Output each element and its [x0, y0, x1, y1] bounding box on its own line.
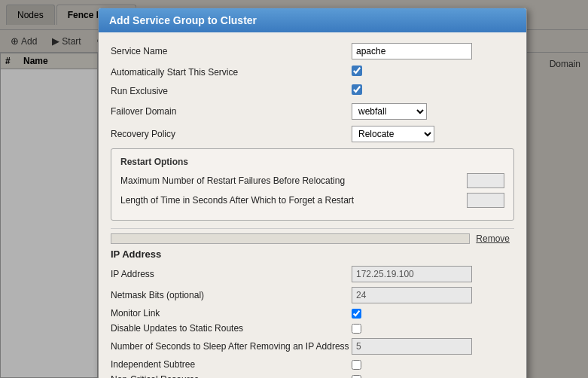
restart-options-box: Restart Options Maximum Number of Restar…: [111, 148, 514, 221]
max-failures-row: Maximum Number of Restart Failures Befor…: [120, 173, 504, 188]
failover-domain-select[interactable]: webfall: [352, 103, 427, 120]
forget-time-input[interactable]: [467, 193, 504, 208]
scroll-remove-area: Remove: [111, 228, 514, 244]
sleep-seconds-label: Number of Seconds to Sleep After Removin…: [111, 341, 352, 352]
service-name-control: [352, 43, 514, 59]
non-critical-label: Non-Critical Resource: [111, 374, 352, 378]
service-name-input[interactable]: [352, 43, 472, 59]
non-critical-checkbox[interactable]: [352, 375, 361, 379]
recovery-policy-row: Recovery Policy Relocate Restart Disable: [111, 126, 514, 142]
netmask-row: Netmask Bits (optional): [111, 287, 514, 303]
recovery-policy-label: Recovery Policy: [111, 129, 352, 139]
max-failures-label: Maximum Number of Restart Failures Befor…: [120, 175, 467, 186]
monitor-link-row: Monitor Link: [111, 308, 514, 319]
monitor-link-label: Monitor Link: [111, 308, 352, 319]
ip-address-input[interactable]: [352, 266, 472, 282]
failover-domain-control: webfall: [352, 103, 514, 120]
disable-updates-checkbox[interactable]: [352, 324, 361, 334]
disable-updates-label: Disable Updates to Static Routes: [111, 323, 352, 334]
recovery-policy-select[interactable]: Relocate Restart Disable: [352, 126, 434, 142]
auto-start-row: Automatically Start This Service: [111, 66, 514, 78]
recovery-policy-control: Relocate Restart Disable: [352, 126, 514, 142]
ip-section-title: IP Address: [111, 248, 514, 260]
scroll-bar[interactable]: [111, 233, 470, 244]
monitor-link-checkbox[interactable]: [352, 309, 361, 319]
netmask-input[interactable]: [352, 287, 472, 303]
service-name-row: Service Name: [111, 43, 514, 59]
service-name-label: Service Name: [111, 46, 352, 56]
ip-address-section: IP Address IP Address Netmask Bits (opti…: [111, 248, 514, 378]
modal-title: Add Service Group to Cluster: [99, 8, 526, 32]
independent-subtree-row: Independent Subtree: [111, 359, 514, 370]
ip-address-row: IP Address: [111, 266, 514, 282]
auto-start-checkbox[interactable]: [352, 66, 362, 76]
modal-dialog: Add Service Group to Cluster Service Nam…: [98, 8, 527, 378]
forget-time-label: Length of Time in Seconds After Which to…: [120, 195, 467, 206]
disable-updates-row: Disable Updates to Static Routes: [111, 323, 514, 334]
run-exclusive-control: [352, 84, 514, 97]
restart-options-title: Restart Options: [120, 157, 504, 167]
failover-domain-row: Failover Domain webfall: [111, 103, 514, 120]
max-failures-input[interactable]: [467, 173, 504, 188]
run-exclusive-label: Run Exclusive: [111, 86, 352, 96]
run-exclusive-row: Run Exclusive: [111, 84, 514, 97]
sleep-seconds-row: Number of Seconds to Sleep After Removin…: [111, 338, 514, 355]
remove-link[interactable]: Remove: [476, 233, 510, 244]
sleep-seconds-input[interactable]: [352, 338, 472, 355]
netmask-label: Netmask Bits (optional): [111, 290, 352, 300]
ip-address-label: IP Address: [111, 269, 352, 279]
failover-domain-label: Failover Domain: [111, 106, 352, 117]
independent-subtree-label: Independent Subtree: [111, 359, 352, 370]
auto-start-label: Automatically Start This Service: [111, 67, 352, 78]
run-exclusive-checkbox[interactable]: [352, 84, 362, 95]
forget-time-row: Length of Time in Seconds After Which to…: [120, 193, 504, 208]
non-critical-row: Non-Critical Resource: [111, 374, 514, 378]
auto-start-control: [352, 66, 514, 78]
independent-subtree-checkbox[interactable]: [352, 360, 361, 370]
modal-body: Service Name Automatically Start This Se…: [99, 32, 526, 378]
